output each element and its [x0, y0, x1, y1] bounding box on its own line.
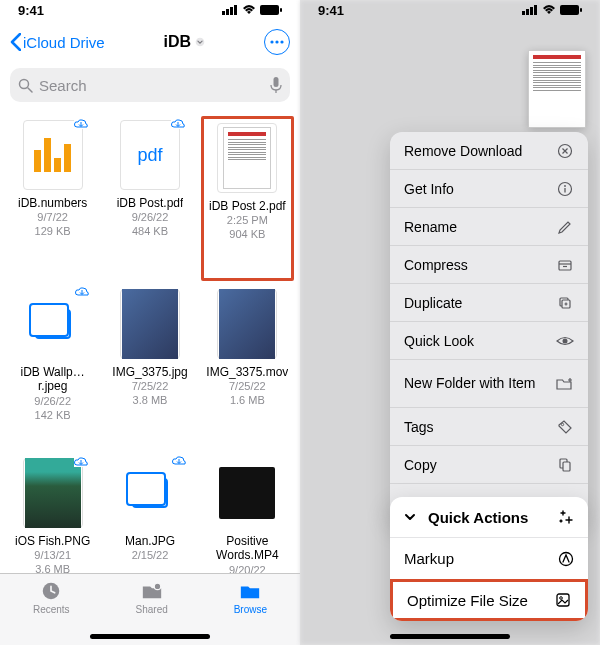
chevron-left-icon — [10, 33, 21, 51]
file-name: iOS Fish.PNG — [15, 534, 90, 548]
file-name: iDB Wallp…r.jpeg — [8, 365, 98, 394]
duplicate-icon — [556, 294, 574, 312]
tag-icon — [556, 418, 574, 436]
file-item-selected[interactable]: iDB Post 2.pdf 2:25 PM 904 KB — [201, 116, 294, 281]
file-size: 3.8 MB — [133, 394, 168, 408]
tab-label: Recents — [33, 604, 70, 615]
search-input[interactable] — [39, 77, 270, 94]
file-date: 7/25/22 — [229, 380, 266, 394]
svg-rect-1 — [226, 9, 229, 15]
svg-rect-26 — [559, 261, 571, 270]
file-name: Positive Words.MP4 — [202, 534, 292, 563]
file-item[interactable]: pdf iDB Post.pdf 9/26/22 484 KB — [103, 116, 196, 281]
menu-duplicate[interactable]: Duplicate — [390, 284, 588, 322]
file-size: 904 KB — [229, 228, 265, 242]
tab-recents[interactable]: Recents — [33, 580, 70, 645]
svg-point-7 — [270, 40, 273, 43]
cellular-icon — [222, 5, 238, 15]
chevron-down-icon — [195, 37, 205, 47]
file-thumbnail — [120, 289, 180, 359]
menu-quick-look[interactable]: Quick Look — [390, 322, 588, 360]
svg-rect-19 — [534, 5, 537, 15]
cloud-download-icon — [75, 287, 89, 297]
eye-icon — [556, 332, 574, 350]
quick-actions-header[interactable]: Quick Actions — [390, 497, 588, 537]
file-size: 484 KB — [132, 225, 168, 239]
menu-rename[interactable]: Rename — [390, 208, 588, 246]
ellipsis-icon — [270, 40, 284, 44]
quick-action-markup[interactable]: Markup — [390, 537, 588, 579]
svg-rect-20 — [560, 5, 579, 15]
svg-rect-18 — [530, 7, 533, 15]
file-item[interactable]: Man.JPG 2/15/22 — [103, 454, 196, 573]
svg-rect-16 — [522, 11, 525, 15]
file-thumbnail — [120, 458, 180, 528]
menu-label: Compress — [404, 257, 468, 273]
mic-icon[interactable] — [270, 77, 282, 94]
document-icon — [528, 50, 586, 128]
pencil-icon — [556, 218, 574, 236]
svg-point-10 — [20, 79, 29, 88]
file-date: 9/26/22 — [132, 211, 169, 225]
file-item[interactable]: iOS Fish.PNG 9/13/21 3.6 MB — [6, 454, 99, 573]
image-icon — [25, 458, 81, 528]
search-icon — [18, 78, 33, 93]
file-thumbnail — [217, 289, 277, 359]
file-item[interactable]: iDB Wallp…r.jpeg 9/26/22 142 KB — [6, 285, 99, 450]
file-item[interactable]: iDB.numbers 9/7/22 129 KB — [6, 116, 99, 281]
image-icon — [122, 289, 178, 359]
tab-label: Shared — [136, 604, 168, 615]
file-date: 2:25 PM — [227, 214, 268, 228]
file-name: IMG_3375.mov — [206, 365, 288, 379]
menu-label: Tags — [404, 419, 434, 435]
home-indicator[interactable] — [90, 634, 210, 639]
battery-icon — [560, 5, 582, 15]
menu-label: Rename — [404, 219, 457, 235]
file-date: 7/25/22 — [132, 380, 169, 394]
content: Remove Download Get Info Rename Compress… — [300, 20, 600, 645]
optimize-icon — [555, 592, 571, 608]
files-app-screen: 9:41 iCloud Drive iDB — [0, 0, 300, 645]
file-thumbnail: pdf — [120, 120, 180, 190]
menu-tags[interactable]: Tags — [390, 408, 588, 446]
svg-rect-34 — [563, 462, 570, 471]
qa-label: Markup — [404, 550, 454, 567]
menu-get-info[interactable]: Get Info — [390, 170, 588, 208]
menu-label: Quick Look — [404, 333, 474, 349]
menu-compress[interactable]: Compress — [390, 246, 588, 284]
folder-title[interactable]: iDB — [164, 33, 206, 51]
back-label: iCloud Drive — [23, 34, 105, 51]
file-item[interactable]: IMG_3375.jpg 7/25/22 3.8 MB — [103, 285, 196, 450]
quick-action-optimize[interactable]: Optimize File Size — [390, 579, 588, 621]
svg-rect-17 — [526, 9, 529, 15]
archive-icon — [556, 256, 574, 274]
more-button[interactable] — [264, 29, 290, 55]
cellular-icon — [522, 5, 538, 15]
file-item[interactable]: Positive Words.MP4 9/20/22 60.6 MB — [201, 454, 294, 573]
cloud-download-icon — [172, 456, 186, 466]
menu-label: New Folder with Item — [404, 375, 535, 392]
shared-folder-icon — [139, 580, 165, 602]
tab-browse[interactable]: Browse — [234, 580, 267, 645]
status-time: 9:41 — [18, 3, 44, 18]
svg-point-37 — [560, 597, 563, 600]
status-bar: 9:41 — [0, 0, 300, 20]
svg-rect-21 — [580, 8, 582, 12]
back-button[interactable]: iCloud Drive — [10, 33, 105, 51]
file-thumbnail — [23, 289, 83, 359]
menu-copy[interactable]: Copy — [390, 446, 588, 484]
file-name: iDB.numbers — [18, 196, 87, 210]
sparkle-icon — [558, 509, 574, 525]
svg-rect-5 — [280, 8, 282, 12]
video-icon — [219, 467, 275, 519]
search-bar[interactable] — [10, 68, 290, 102]
svg-rect-4 — [260, 5, 279, 15]
menu-new-folder[interactable]: New Folder with Item — [390, 360, 588, 408]
file-item[interactable]: IMG_3375.mov 7/25/22 1.6 MB — [201, 285, 294, 450]
file-thumbnail — [217, 458, 277, 528]
file-preview-card[interactable] — [528, 50, 586, 128]
title-text: iDB — [164, 33, 192, 51]
markup-icon — [558, 551, 574, 567]
pdf-icon: pdf — [137, 145, 162, 166]
menu-remove-download[interactable]: Remove Download — [390, 132, 588, 170]
